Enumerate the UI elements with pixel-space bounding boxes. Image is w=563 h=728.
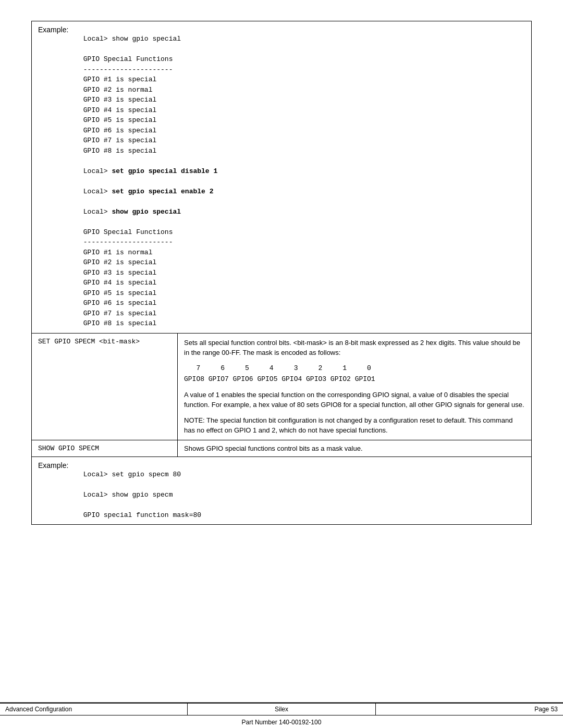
- footer-publisher-name: Silex: [275, 706, 288, 713]
- set-gpio-specm-desc2: A value of 1 enables the special functio…: [184, 390, 525, 410]
- example2-cell: Example: Local> set gpio specm 80 Local>…: [32, 456, 532, 525]
- bit-table: 7 6 5 4 3 2 1 0 GPIO8 GPIO7 GPIO6 GPIO5 …: [184, 363, 525, 385]
- footer-section-label: Advanced Configuration: [0, 704, 188, 715]
- example1-row: Example: Local> show gpio special GPIO S…: [32, 21, 532, 334]
- footer-part-number: Part Number 140-00192-100: [0, 715, 563, 728]
- footer-publisher: Silex: [188, 704, 375, 715]
- set-gpio-specm-label: SET GPIO SPECM <bit-mask>: [38, 338, 140, 346]
- footer-page-number: Page 53: [376, 704, 563, 715]
- set-gpio-specm-right: Sets all special function control bits. …: [178, 333, 532, 440]
- example2-code: Local> set gpio specm 80 Local> show gpi…: [59, 470, 525, 521]
- show-gpio-specm-right: Shows GPIO special functions control bit…: [178, 440, 532, 456]
- show-gpio-specm-desc: Shows GPIO special functions control bit…: [184, 445, 363, 452]
- bit-labels: GPIO8 GPIO7 GPIO6 GPIO5 GPIO4 GPIO3 GPIO…: [184, 374, 525, 385]
- example2-row: Example: Local> set gpio specm 80 Local>…: [32, 456, 532, 525]
- set-gpio-specm-note: NOTE: The special function bit configura…: [184, 415, 525, 436]
- page-content: Example: Local> show gpio special GPIO S…: [0, 0, 563, 702]
- main-table: Example: Local> show gpio special GPIO S…: [31, 21, 532, 525]
- example1-cell: Example: Local> show gpio special GPIO S…: [32, 21, 532, 334]
- bit-header: 7 6 5 4 3 2 1 0: [184, 363, 525, 374]
- footer-bar: Advanced Configuration Silex Page 53: [0, 702, 563, 715]
- show-gpio-specm-label: SHOW GPIO SPECM: [38, 445, 99, 452]
- footer-advanced-config: Advanced Configuration: [5, 706, 72, 713]
- example1-label: Example:: [38, 26, 68, 34]
- example1-code: Local> show gpio special GPIO Special Fu…: [59, 34, 525, 329]
- set-gpio-specm-row: SET GPIO SPECM <bit-mask> Sets all speci…: [32, 333, 532, 440]
- set-gpio-specm-desc1: Sets all special function control bits. …: [184, 338, 525, 358]
- part-number-text: Part Number 140-00192-100: [242, 719, 322, 726]
- show-gpio-specm-left: SHOW GPIO SPECM: [32, 440, 178, 456]
- example2-label: Example:: [38, 461, 68, 470]
- set-gpio-specm-left: SET GPIO SPECM <bit-mask>: [32, 333, 178, 440]
- footer: Advanced Configuration Silex Page 53 Par…: [0, 702, 563, 728]
- show-gpio-specm-row: SHOW GPIO SPECM Shows GPIO special funct…: [32, 440, 532, 456]
- footer-page-label: Page 53: [534, 706, 558, 713]
